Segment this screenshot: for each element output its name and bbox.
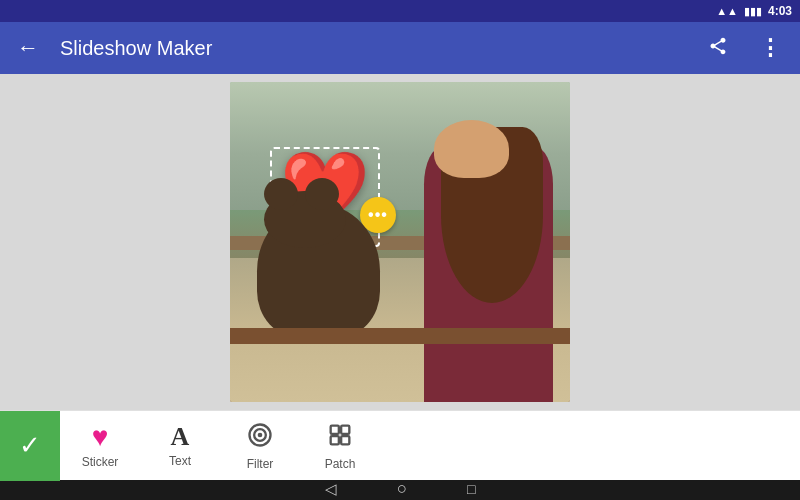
back-button[interactable]: ← — [12, 32, 44, 64]
sticker-icon: ♥ — [92, 423, 109, 451]
svg-rect-3 — [331, 425, 339, 433]
status-time: 4:03 — [768, 4, 792, 18]
status-bar: ▲▲ ▮▮▮ 4:03 — [0, 0, 800, 22]
nav-home-icon[interactable]: ○ — [397, 479, 407, 499]
patch-tool[interactable]: Patch — [300, 411, 380, 481]
svg-rect-6 — [341, 436, 349, 444]
svg-rect-4 — [341, 425, 349, 433]
share-icon — [708, 36, 728, 61]
photo-background — [230, 82, 570, 402]
nav-bar: ◁ ○ □ — [0, 480, 800, 500]
main-content: ❤️ ••• — [0, 74, 800, 410]
bottom-toolbar: ✓ ♥ Sticker A Text Filter — [0, 410, 800, 480]
more-button[interactable]: ⋮ — [752, 30, 788, 66]
nav-recent-icon[interactable]: □ — [467, 481, 475, 497]
text-label: Text — [169, 454, 191, 468]
filter-icon — [246, 421, 274, 453]
svg-point-2 — [258, 432, 263, 437]
wifi-icon: ▲▲ — [716, 5, 738, 17]
patch-label: Patch — [325, 457, 356, 471]
text-icon: A — [171, 424, 190, 450]
svg-rect-5 — [331, 436, 339, 444]
check-icon: ✓ — [19, 430, 41, 461]
photo-canvas[interactable]: ❤️ ••• — [230, 82, 570, 402]
text-tool[interactable]: A Text — [140, 411, 220, 481]
share-button[interactable] — [700, 30, 736, 66]
sticker-tool[interactable]: ♥ Sticker — [60, 411, 140, 481]
options-dots: ••• — [368, 206, 388, 224]
patch-icon — [326, 421, 354, 453]
battery-icon: ▮▮▮ — [744, 5, 762, 18]
nav-back-icon[interactable]: ◁ — [325, 480, 337, 498]
filter-tool[interactable]: Filter — [220, 411, 300, 481]
confirm-button[interactable]: ✓ — [0, 411, 60, 481]
back-icon: ← — [17, 35, 39, 61]
filter-label: Filter — [247, 457, 274, 471]
app-title: Slideshow Maker — [60, 37, 684, 60]
app-bar: ← Slideshow Maker ⋮ — [0, 22, 800, 74]
more-icon: ⋮ — [759, 35, 781, 61]
sticker-label: Sticker — [82, 455, 119, 469]
